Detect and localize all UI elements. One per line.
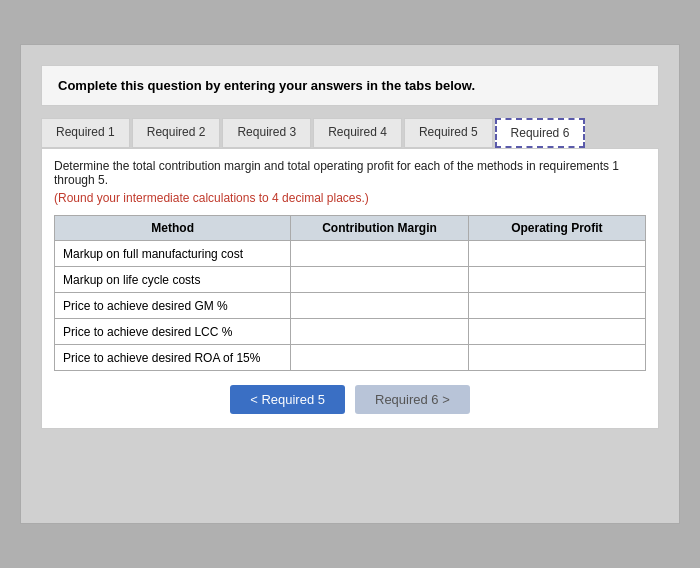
contribution-margin-input-0[interactable]: [299, 247, 459, 261]
description-text: Determine the total contribution margin …: [54, 159, 646, 187]
prev-button[interactable]: < Required 5: [230, 385, 345, 414]
method-cell-1: Markup on life cycle costs: [55, 267, 291, 293]
tab-req1[interactable]: Required 1: [41, 118, 130, 148]
tab-req5[interactable]: Required 5: [404, 118, 493, 148]
table-row: Markup on life cycle costs: [55, 267, 646, 293]
contribution-margin-input-3[interactable]: [299, 325, 459, 339]
operating-profit-cell-0[interactable]: [468, 241, 645, 267]
tab-req4[interactable]: Required 4: [313, 118, 402, 148]
round-note: (Round your intermediate calculations to…: [54, 191, 646, 205]
instruction-box: Complete this question by entering your …: [41, 65, 659, 106]
table-row: Price to achieve desired ROA of 15%: [55, 345, 646, 371]
method-cell-2: Price to achieve desired GM %: [55, 293, 291, 319]
contribution-margin-cell-0[interactable]: [291, 241, 468, 267]
contribution-margin-cell-3[interactable]: [291, 319, 468, 345]
content-area: Determine the total contribution margin …: [41, 148, 659, 429]
operating-profit-cell-2[interactable]: [468, 293, 645, 319]
method-cell-0: Markup on full manufacturing cost: [55, 241, 291, 267]
col-header-operating: Operating Profit: [468, 216, 645, 241]
contribution-margin-input-4[interactable]: [299, 351, 459, 365]
table-row: Price to achieve desired GM %: [55, 293, 646, 319]
method-cell-3: Price to achieve desired LCC %: [55, 319, 291, 345]
operating-profit-cell-4[interactable]: [468, 345, 645, 371]
method-cell-4: Price to achieve desired ROA of 15%: [55, 345, 291, 371]
table-row: Price to achieve desired LCC %: [55, 319, 646, 345]
contribution-margin-input-1[interactable]: [299, 273, 459, 287]
operating-profit-input-2[interactable]: [477, 299, 637, 313]
operating-profit-cell-3[interactable]: [468, 319, 645, 345]
operating-profit-input-4[interactable]: [477, 351, 637, 365]
contribution-margin-input-2[interactable]: [299, 299, 459, 313]
tabs-row: Required 1Required 2Required 3Required 4…: [41, 118, 659, 148]
contribution-margin-cell-2[interactable]: [291, 293, 468, 319]
contribution-margin-cell-4[interactable]: [291, 345, 468, 371]
tab-req3[interactable]: Required 3: [222, 118, 311, 148]
table-row: Markup on full manufacturing cost: [55, 241, 646, 267]
operating-profit-input-1[interactable]: [477, 273, 637, 287]
col-header-method: Method: [55, 216, 291, 241]
data-table: Method Contribution Margin Operating Pro…: [54, 215, 646, 371]
nav-buttons: < Required 5 Required 6 >: [54, 385, 646, 414]
contribution-margin-cell-1[interactable]: [291, 267, 468, 293]
instruction-text: Complete this question by entering your …: [58, 78, 475, 93]
page-container: Complete this question by entering your …: [20, 44, 680, 524]
col-header-contribution: Contribution Margin: [291, 216, 468, 241]
next-button[interactable]: Required 6 >: [355, 385, 470, 414]
operating-profit-input-3[interactable]: [477, 325, 637, 339]
operating-profit-input-0[interactable]: [477, 247, 637, 261]
operating-profit-cell-1[interactable]: [468, 267, 645, 293]
tab-req6[interactable]: Required 6: [495, 118, 586, 148]
tab-req2[interactable]: Required 2: [132, 118, 221, 148]
